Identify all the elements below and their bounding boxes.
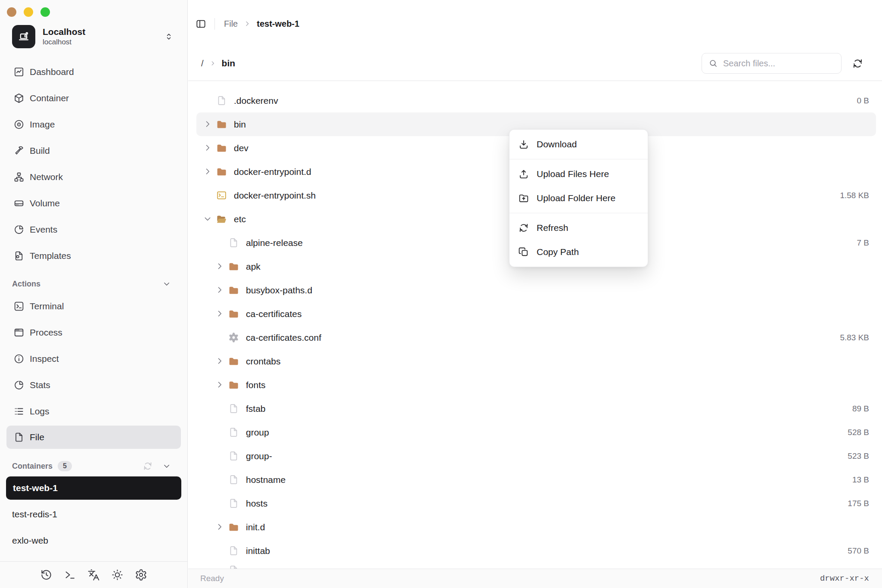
file-name: etc (234, 214, 246, 224)
folder-icon (228, 308, 239, 320)
sidebar-item-label: Build (30, 146, 50, 156)
host-subtitle: localhost (43, 38, 85, 47)
chevron-right-icon[interactable] (203, 167, 213, 177)
chevron-down-icon[interactable] (162, 280, 171, 288)
sidebar-item-build[interactable]: Build (0, 137, 187, 164)
refresh-icon (518, 222, 529, 233)
file-size: 570 B (848, 546, 869, 556)
menu-item-upload-files-here[interactable]: Upload Files Here (509, 162, 648, 186)
chevron-right-icon (243, 20, 251, 28)
file-blank-icon (228, 564, 239, 569)
file-name: init.d (246, 522, 265, 532)
folder-row[interactable]: fonts (196, 373, 876, 397)
traffic-light-minimize[interactable] (24, 7, 33, 17)
folder-icon (228, 284, 239, 296)
file-row[interactable]: inittab570 B (196, 539, 876, 563)
menu-item-label: Download (537, 139, 577, 149)
sidebar-toolbar (0, 561, 187, 588)
folder-icon (216, 166, 227, 177)
file-name: ca-certificates (246, 309, 302, 319)
inspect-icon (13, 353, 25, 364)
chevron-spacer (215, 404, 225, 414)
chevron-right-icon[interactable] (215, 261, 225, 272)
file-name: apk (246, 261, 261, 272)
sidebar-item-volume[interactable]: Volume (0, 190, 187, 216)
build-icon (13, 145, 25, 156)
folder-row[interactable]: crontabs (196, 349, 876, 373)
host-switcher[interactable]: Localhost localhost (12, 25, 174, 48)
chevron-right-icon[interactable] (203, 119, 213, 130)
sidebar-item-label: File (30, 432, 44, 442)
sidebar-item-process[interactable]: Process (0, 319, 187, 345)
chevron-right-icon[interactable] (215, 522, 225, 532)
terminal-prompt-icon[interactable] (64, 569, 76, 581)
history-icon[interactable] (40, 569, 53, 581)
sidebar-item-logs[interactable]: Logs (0, 398, 187, 424)
actions-nav: TerminalProcessInspectStatsLogsFile (0, 293, 187, 450)
container-item-exlo-web[interactable]: exlo-web (0, 527, 187, 554)
container-item-test-redis-1[interactable]: test-redis-1 (0, 501, 187, 527)
context-menu-group: RefreshCopy Path (509, 213, 648, 267)
chevron-spacer (215, 564, 225, 569)
menu-item-download[interactable]: Download (509, 132, 648, 156)
folder-row[interactable]: init.d (196, 515, 876, 539)
file-name: alpine-release (246, 238, 303, 248)
chevrons-up-down-icon[interactable] (164, 32, 174, 41)
traffic-light-close[interactable] (7, 7, 16, 17)
chevron-right-icon[interactable] (215, 356, 225, 367)
path-current[interactable]: bin (222, 58, 236, 68)
folder-row[interactable]: ca-certificates (196, 302, 876, 326)
sidebar-item-templates[interactable]: Templates (0, 243, 187, 269)
sidebar-item-image[interactable]: Image (0, 111, 187, 137)
sidebar-toggle-icon[interactable] (196, 19, 206, 29)
refresh-containers-icon[interactable] (143, 461, 153, 471)
folder-row[interactable]: busybox-paths.d (196, 278, 876, 302)
chevron-down-icon[interactable] (203, 214, 213, 224)
menu-item-copy-path[interactable]: Copy Path (509, 240, 648, 264)
network-icon (13, 171, 25, 183)
chevron-down-icon[interactable] (162, 462, 171, 470)
file-row[interactable]: .dockerenv0 B (196, 89, 876, 112)
sun-icon[interactable] (111, 569, 124, 581)
file-row[interactable]: ca-certificates.conf5.83 KB (196, 326, 876, 349)
sidebar-item-file[interactable]: File (6, 426, 181, 449)
sidebar-item-dashboard[interactable]: Dashboard (0, 59, 187, 85)
sidebar-item-terminal[interactable]: Terminal (0, 293, 187, 319)
sidebar-item-inspect[interactable]: Inspect (0, 345, 187, 372)
sidebar-item-label: Image (30, 119, 55, 130)
file-blank-icon (228, 450, 239, 462)
sidebar-item-container[interactable]: Container (0, 85, 187, 111)
sidebar-item-label: Templates (30, 251, 71, 261)
host-name: Localhost (43, 27, 85, 37)
file-name: bin (234, 119, 246, 130)
chevron-right-icon[interactable] (203, 143, 213, 153)
sidebar-item-network[interactable]: Network (0, 164, 187, 190)
chevron-right-icon[interactable] (215, 309, 225, 319)
main-panel: File test-web-1 / bin .dockerenv0 Bbinde… (188, 0, 882, 588)
search-input[interactable] (723, 59, 835, 68)
search-box[interactable] (702, 53, 842, 74)
file-row[interactable]: hosts175 B (196, 492, 876, 515)
chevron-right-icon[interactable] (215, 285, 225, 296)
menu-item-refresh[interactable]: Refresh (509, 216, 648, 240)
chevron-right-icon[interactable] (215, 380, 225, 390)
containers-section-header: Containers 5 (0, 457, 187, 475)
path-root[interactable]: / (201, 59, 204, 68)
sidebar: Localhost localhost DashboardContainerIm… (0, 0, 188, 588)
gear-icon[interactable] (135, 569, 147, 581)
file-row[interactable]: group528 B (196, 420, 876, 444)
breadcrumb-section[interactable]: File (224, 19, 238, 29)
file-row[interactable] (196, 563, 876, 569)
refresh-files-icon[interactable] (852, 58, 863, 69)
menu-item-upload-folder-here[interactable]: Upload Folder Here (509, 186, 648, 210)
sidebar-item-stats[interactable]: Stats (0, 372, 187, 398)
sidebar-item-events[interactable]: Events (0, 216, 187, 243)
traffic-light-zoom[interactable] (40, 7, 50, 17)
sidebar-item-label: Dashboard (30, 67, 74, 77)
file-size: 528 B (848, 428, 869, 437)
file-row[interactable]: group-523 B (196, 444, 876, 468)
file-row[interactable]: fstab89 B (196, 397, 876, 420)
file-row[interactable]: hostname13 B (196, 468, 876, 492)
translate-icon[interactable] (87, 569, 100, 581)
container-item-test-web-1[interactable]: test-web-1 (6, 476, 181, 500)
